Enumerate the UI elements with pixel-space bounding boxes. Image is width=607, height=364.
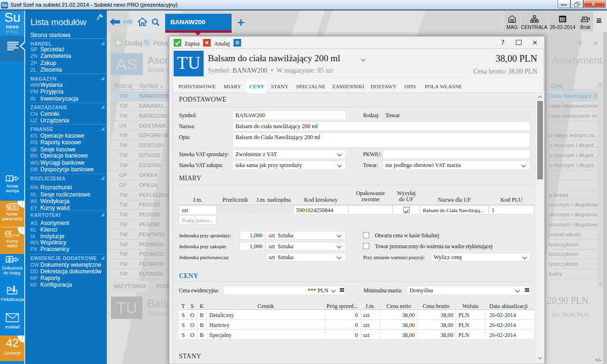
svg-text:€$: €$ [5,230,12,237]
svg-text:§: § [6,203,10,211]
